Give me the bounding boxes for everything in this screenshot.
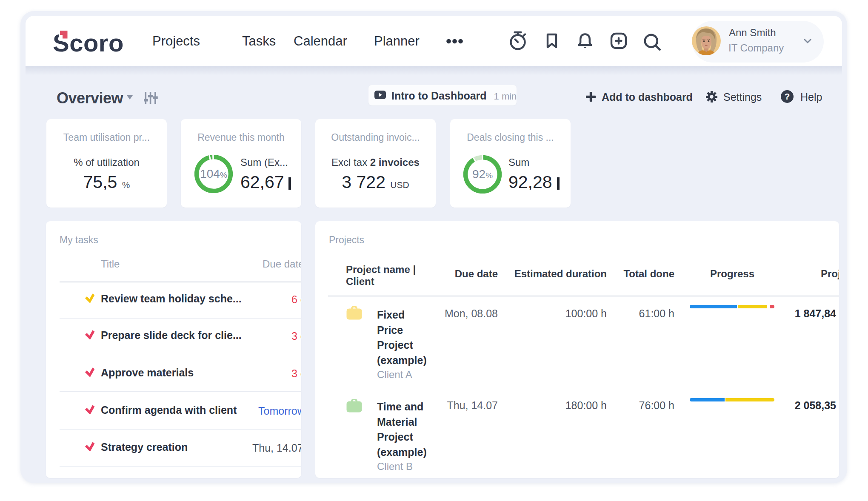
svg-text:?: ?: [785, 91, 790, 101]
